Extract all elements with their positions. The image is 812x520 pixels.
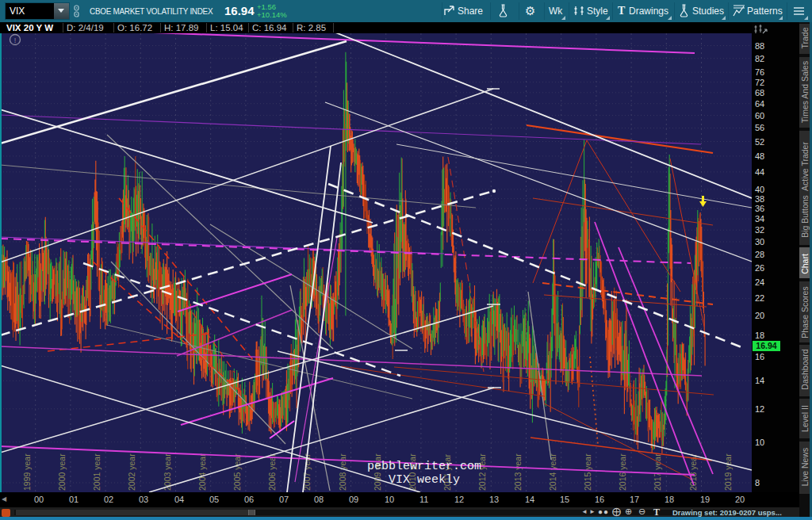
svg-text:!: ! [14,36,17,44]
svg-text:2017 year: 2017 year [653,453,662,491]
svg-text:2008 year: 2008 year [338,453,347,491]
svg-text:2014 year: 2014 year [548,453,557,491]
svg-text:2005 year: 2005 year [232,453,242,491]
svg-text:2013 year: 2013 year [513,453,523,491]
svg-text:2004 year: 2004 year [197,453,207,491]
svg-text:2015 year: 2015 year [583,453,592,491]
svg-text:2001 year: 2001 year [92,453,102,491]
svg-text:1999 year: 1999 year [22,453,32,491]
svg-text:2019 year: 2019 year [723,453,733,491]
svg-text:VIX weekly: VIX weekly [389,473,460,487]
svg-text:pebblewriter.com: pebblewriter.com [367,460,481,473]
svg-text:2003 year: 2003 year [163,453,172,491]
svg-text:2000 year: 2000 year [57,453,67,491]
svg-text:2006 year: 2006 year [267,453,277,491]
svg-text:2002 year: 2002 year [127,453,136,491]
